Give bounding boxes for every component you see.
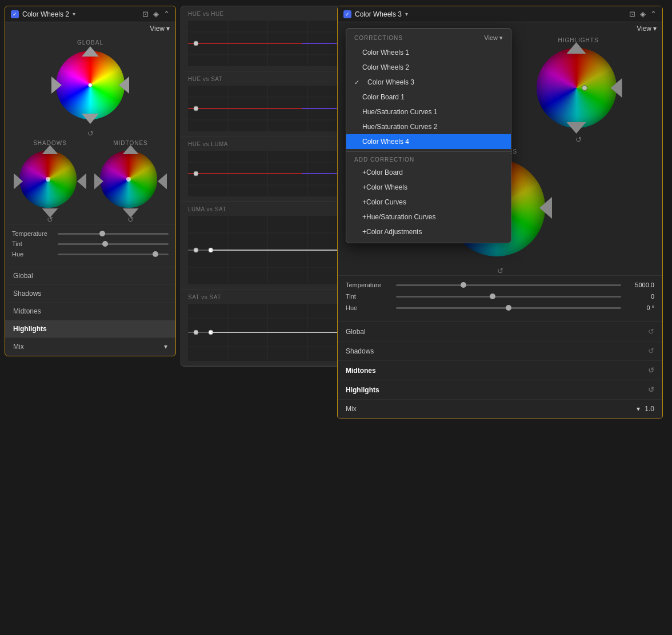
left-view-btn[interactable]: View ▾ [150, 25, 170, 33]
nav-midtones[interactable]: Midtones [5, 303, 175, 320]
shadows-handle-r[interactable] [77, 174, 86, 190]
right-panel-checkbox[interactable]: ✓ [343, 10, 351, 18]
left-panel: ✓ Color Wheels 2 ▾ ⊡ ◈ ⌃ View ▾ GLOBAL [5, 6, 176, 356]
temperature-row: Temperature [12, 230, 169, 237]
shadows-handle-t[interactable] [42, 145, 58, 154]
midtones-handle-r[interactable] [158, 174, 167, 190]
dropdown-color-wheels-4[interactable]: Color Wheels 4 [346, 134, 511, 149]
right-hue-thumb[interactable] [506, 305, 511, 311]
diamond-icon[interactable]: ◈ [153, 10, 159, 18]
nav-mix[interactable]: Mix ▾ [5, 338, 175, 356]
right-midtones-reset-icon[interactable]: ↺ [497, 267, 503, 275]
right-sliders-section: Temperature 5000.0 Tint 0 Hue 0 ° [338, 275, 662, 321]
hue-hue-section: HUE vs HUE [181, 6, 354, 71]
right-highlights-handle-r[interactable] [611, 78, 622, 98]
midtones-color-wheel[interactable] [100, 151, 157, 208]
right-tint-thumb[interactable] [490, 294, 495, 299]
shadows-handle-b[interactable] [42, 208, 58, 218]
dropdown-hue-sat-curves-2[interactable]: Hue/Saturation Curves 2 [346, 119, 511, 134]
temperature-thumb[interactable] [99, 231, 105, 236]
nav-highlights[interactable]: Highlights [5, 320, 175, 338]
global-reset-icon[interactable]: ↺ [87, 129, 94, 138]
tint-track[interactable] [58, 243, 169, 245]
hue-sat-graph[interactable] [188, 86, 347, 131]
dropdown-color-wheels-2[interactable]: Color Wheels 2 [346, 60, 511, 75]
right-temperature-thumb[interactable] [461, 282, 466, 288]
wheel-center-dot [88, 83, 93, 87]
right-highlights-handle-b[interactable] [567, 122, 586, 134]
right-expand-icon[interactable]: ⌃ [650, 10, 657, 18]
expand-icon[interactable]: ⌃ [163, 10, 170, 18]
left-panel-checkbox[interactable]: ✓ [11, 10, 19, 18]
shadows-wheel-col: SHADOWS ↺ [17, 140, 83, 224]
global-label: GLOBAL [77, 39, 103, 46]
tint-thumb[interactable] [102, 241, 108, 247]
right-hue-track[interactable] [396, 307, 621, 309]
mix-icon: ▾ [164, 343, 167, 351]
midtones-handle-t[interactable] [123, 145, 139, 154]
temperature-track[interactable] [58, 233, 169, 235]
midtones-handle-b[interactable] [123, 208, 139, 218]
right-nav-mix[interactable]: Mix ▾ 1.0 [338, 400, 662, 419]
right-mix-thumb-icon: ▾ [637, 405, 640, 413]
dropdown-add-color-adj[interactable]: +Color Adjustments [346, 224, 511, 239]
snapshot-icon[interactable]: ⊡ [142, 10, 149, 18]
left-panel-chevron-icon[interactable]: ▾ [73, 11, 75, 17]
right-view-btn[interactable]: View ▾ [637, 25, 657, 33]
left-nav-list: Global Shadows Midtones Highlights Mix ▾ [5, 267, 175, 356]
wheel-handle-right[interactable] [119, 77, 129, 94]
svg-point-17 [194, 106, 198, 111]
right-highlights-nav-reset-icon[interactable]: ↺ [648, 385, 654, 394]
dropdown-add-color-board[interactable]: +Color Board [346, 165, 511, 180]
right-nav-shadows-label: Shadows [346, 347, 374, 355]
right-temperature-value: 5000.0 [626, 282, 654, 288]
dropdown-add-hue-sat[interactable]: +Hue/Saturation Curves [346, 210, 511, 224]
right-temperature-track[interactable] [396, 284, 621, 286]
dropdown-color-board-1[interactable]: Color Board 1 [346, 90, 511, 105]
right-panel-header: ✓ Color Wheels 3 ▾ ⊡ ◈ ⌃ [338, 6, 662, 22]
right-nav-highlights[interactable]: Highlights ↺ [338, 380, 662, 400]
shadows-color-wheel[interactable] [19, 151, 77, 208]
right-temperature-row: Temperature 5000.0 [346, 282, 654, 288]
sat-sat-graph[interactable] [188, 304, 347, 361]
midtones-wheel-col: MIDTONES ↺ [98, 140, 163, 224]
shadows-midtones-row: SHADOWS ↺ MIDTONES [5, 140, 175, 224]
right-midtones-nav-reset-icon[interactable]: ↺ [648, 366, 654, 375]
wheel-handle-bottom[interactable] [82, 114, 99, 124]
right-midtones-handle-r[interactable] [539, 197, 552, 219]
right-nav-global[interactable]: Global ↺ [338, 322, 662, 341]
dropdown-hue-sat-curves-1[interactable]: Hue/Saturation Curves 1 [346, 105, 511, 119]
tint-row: Tint [12, 240, 169, 247]
right-tint-track[interactable] [396, 296, 621, 298]
right-nav-midtones[interactable]: Midtones ↺ [338, 361, 662, 380]
hue-luma-graph[interactable] [188, 151, 347, 196]
right-diamond-icon[interactable]: ◈ [640, 10, 646, 18]
right-highlights-handle-t[interactable] [567, 42, 586, 54]
hue-hue-graph[interactable] [188, 21, 347, 66]
wheel-handle-left[interactable] [51, 77, 62, 94]
right-shadows-reset-icon[interactable]: ↺ [648, 347, 654, 355]
right-panel-chevron-icon[interactable]: ▾ [405, 11, 408, 17]
hue-thumb[interactable] [153, 251, 158, 257]
luma-sat-graph[interactable] [188, 216, 347, 284]
view-dropdown-btn[interactable]: View ▾ [484, 34, 503, 42]
right-highlights-reset-icon[interactable]: ↺ [575, 135, 582, 144]
nav-global[interactable]: Global [5, 267, 175, 285]
hue-sat-section: HUE vs SAT [181, 71, 354, 136]
tint-label: Tint [12, 240, 53, 247]
dropdown-color-wheels-1[interactable]: Color Wheels 1 [346, 45, 511, 60]
sat-sat-label: SAT vs SAT [188, 294, 347, 300]
dropdown-color-wheels-3[interactable]: Color Wheels 3 [346, 75, 511, 90]
wheel-handle-top[interactable] [82, 46, 99, 57]
dropdown-add-color-wheels[interactable]: +Color Wheels [346, 180, 511, 195]
dropdown-add-color-curves[interactable]: +Color Curves [346, 195, 511, 210]
global-wheel-section: GLOBAL ↺ [5, 35, 175, 140]
right-nav-shadows[interactable]: Shadows ↺ [338, 341, 662, 361]
right-global-reset-icon[interactable]: ↺ [648, 327, 654, 336]
right-snapshot-icon[interactable]: ⊡ [629, 10, 635, 18]
hue-track[interactable] [58, 254, 169, 255]
nav-shadows[interactable]: Shadows [5, 285, 175, 303]
right-highlights-wheel[interactable] [537, 48, 617, 128]
midtones-center-dot [126, 177, 131, 182]
global-color-wheel[interactable] [56, 51, 125, 119]
